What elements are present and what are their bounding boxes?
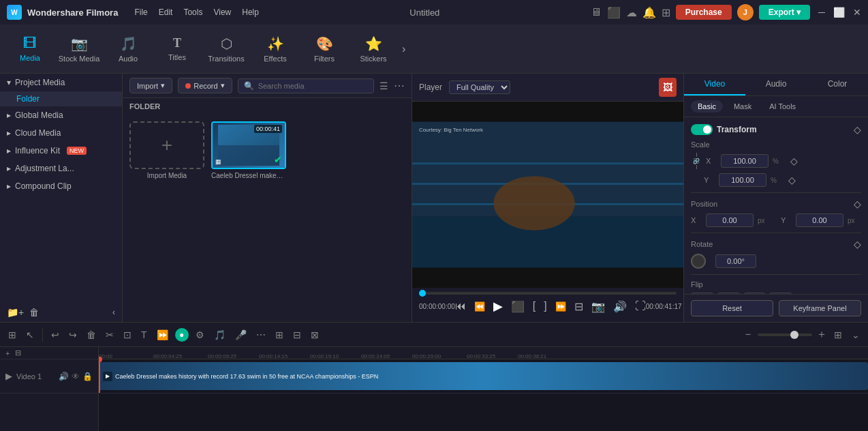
icon-grid[interactable]: ⊞	[662, 6, 670, 19]
progress-bar[interactable]	[419, 292, 677, 295]
subtab-mask[interactable]: Mask	[727, 100, 758, 113]
zoom-handle[interactable]	[790, 331, 799, 339]
menu-help[interactable]: Help	[242, 8, 259, 17]
scale-x-keyframe-icon[interactable]: ◇	[790, 155, 798, 166]
zoom-out-button[interactable]: －	[743, 327, 754, 342]
tl-voice-icon[interactable]: 🎤	[232, 328, 249, 342]
scale-lock-icon[interactable]: 🔗	[694, 153, 699, 169]
tl-undo-icon[interactable]: ↩	[48, 328, 62, 342]
panel-section-global-media[interactable]: ▸ Global Media	[0, 106, 122, 124]
tl-settings-icon[interactable]: ⚙	[193, 328, 207, 342]
rotate-input[interactable]	[715, 254, 756, 268]
toolbar-stock-media[interactable]: 📷 Stock Media	[56, 27, 102, 71]
transform-keyframe-icon[interactable]: ◇	[854, 124, 861, 135]
zoom-in-button[interactable]: ＋	[816, 327, 827, 342]
tl-snap-icon[interactable]: ⊞	[5, 328, 19, 342]
tl-cut-icon[interactable]: ✂	[103, 328, 117, 342]
tl-split-icon[interactable]: ⊟	[290, 328, 304, 342]
fullscreen-icon[interactable]: ⛶	[635, 300, 646, 312]
export-button[interactable]: Export ▾	[759, 5, 810, 20]
minimize-button[interactable]: ─	[818, 7, 825, 18]
media-clip-card[interactable]: 00:00:41 ✔ ▦ Caeleb Dressel makes ...	[211, 121, 286, 179]
close-button[interactable]: ✕	[853, 7, 861, 18]
search-box[interactable]: 🔍	[238, 78, 374, 93]
toolbar-stickers[interactable]: ⭐ Stickers	[350, 27, 397, 71]
import-media-card[interactable]: + Import Media	[129, 121, 204, 179]
delete-icon[interactable]: 🗑	[29, 307, 39, 318]
in-point-icon[interactable]: [	[533, 300, 536, 312]
reset-button[interactable]: Reset	[691, 300, 773, 316]
stop-button[interactable]: ⬛	[511, 300, 525, 313]
menu-file[interactable]: File	[134, 8, 147, 17]
track-audio-icon[interactable]: 🔊	[59, 372, 69, 381]
toolbar-audio[interactable]: 🎵 Audio	[105, 27, 151, 71]
pos-x-input[interactable]	[706, 213, 754, 227]
quality-select[interactable]: Full Quality 1/2 Quality 1/4 Quality	[449, 80, 510, 94]
toolbar-media[interactable]: 🎞 Media	[7, 27, 53, 71]
zoom-track[interactable]	[758, 333, 812, 336]
playhead[interactable]	[99, 359, 100, 393]
tl-delete-icon[interactable]: 🗑	[84, 328, 99, 342]
play-button[interactable]: ▶	[493, 299, 503, 314]
more-options-icon[interactable]: ⋯	[394, 79, 405, 92]
record-button[interactable]: Record ▾	[178, 78, 232, 93]
toolbar-titles[interactable]: T Titles	[154, 27, 200, 71]
tl-redo-icon[interactable]: ↪	[66, 328, 80, 342]
add-media-icon[interactable]: +	[129, 121, 204, 169]
skip-back-icon[interactable]: ⏮	[455, 300, 466, 312]
icon-upload[interactable]: ☁	[626, 6, 637, 19]
toolbar-filters[interactable]: 🎨 Filters	[301, 27, 347, 71]
panel-section-cloud-media[interactable]: ▸ Cloud Media	[0, 124, 122, 142]
track-lock-icon[interactable]: 🔒	[82, 372, 93, 381]
panel-section-adjustment-layer[interactable]: ▸ Adjustment La...	[0, 160, 122, 177]
pos-y-input[interactable]	[796, 213, 843, 227]
rotate-dial[interactable]	[691, 254, 706, 269]
toolbar-transitions[interactable]: ⬡ Transitions	[203, 27, 249, 71]
transform-toggle[interactable]	[691, 124, 713, 135]
icon-crop[interactable]: ⬛	[607, 6, 621, 19]
tab-video[interactable]: Video	[684, 74, 745, 95]
subtab-basic[interactable]: Basic	[691, 100, 723, 113]
tl-forward-icon[interactable]: ⏩	[154, 328, 171, 342]
menu-tools[interactable]: Tools	[183, 8, 202, 17]
tl-text-icon[interactable]: T	[138, 328, 150, 342]
add-folder-icon[interactable]: 📁+	[7, 307, 24, 318]
maximize-button[interactable]: ⬜	[833, 7, 845, 18]
tl-expand-icon[interactable]: ⌄	[849, 328, 863, 342]
video-clip[interactable]: ▶ Caeleb Dressel makes history with reco…	[99, 362, 868, 390]
import-button[interactable]: Import ▾	[129, 78, 172, 93]
collapse-panel-icon[interactable]: ‹	[112, 308, 115, 317]
menu-edit[interactable]: Edit	[159, 8, 173, 17]
split-icon[interactable]: ⊟	[574, 300, 583, 313]
scale-y-input[interactable]	[719, 173, 766, 187]
panel-section-compound-clip[interactable]: ▸ Compound Clip	[0, 177, 122, 195]
progress-handle[interactable]	[419, 290, 426, 297]
scale-y-keyframe-icon[interactable]: ◇	[788, 175, 796, 185]
icon-bell[interactable]: 🔔	[642, 6, 656, 19]
snapshot-ctrl-icon[interactable]: 📷	[591, 300, 605, 313]
icon-monitor[interactable]: 🖥	[591, 6, 602, 18]
tl-crop-icon[interactable]: ⊡	[121, 328, 134, 342]
toolbar-effects[interactable]: ✨ Effects	[252, 27, 298, 71]
step-forward-icon[interactable]: ⏩	[555, 301, 566, 312]
tl-more-icon[interactable]: ⋯	[253, 328, 268, 342]
search-input[interactable]	[258, 82, 368, 90]
scale-x-input[interactable]	[721, 154, 769, 168]
tab-audio[interactable]: Audio	[745, 74, 807, 95]
toolbar-more-arrow[interactable]: ›	[402, 43, 405, 55]
tab-color[interactable]: Color	[807, 74, 868, 95]
tl-grid-view-icon[interactable]: ⊞	[831, 328, 845, 342]
out-point-icon[interactable]: ]	[544, 300, 546, 312]
keyframe-panel-button[interactable]: Keyframe Panel	[779, 300, 861, 316]
audio-icon[interactable]: 🔊	[613, 300, 627, 313]
tl-green-action-button[interactable]: ●	[175, 328, 189, 342]
panel-section-project-media[interactable]: ▾ Project Media	[0, 74, 122, 91]
position-keyframe-icon[interactable]: ◇	[854, 198, 861, 209]
menu-view[interactable]: View	[213, 8, 231, 17]
filter-icon[interactable]: ☰	[379, 80, 388, 91]
rotate-keyframe-icon[interactable]: ◇	[854, 239, 861, 250]
panel-folder[interactable]: Folder	[0, 91, 122, 106]
subtab-ai-tools[interactable]: AI Tools	[762, 100, 803, 113]
track-fold-icon[interactable]: ⊟	[15, 348, 21, 357]
user-avatar[interactable]: J	[737, 4, 754, 20]
